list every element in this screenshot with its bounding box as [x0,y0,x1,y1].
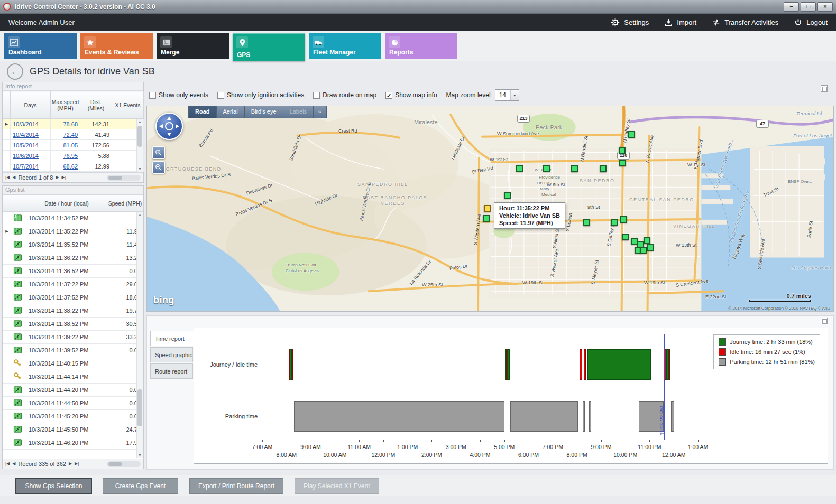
max-speed-cell[interactable]: 78.68 [51,119,80,129]
pager-last-button[interactable]: ▶| [75,462,79,466]
gps-list-row[interactable]: 10/3/2014 11:39:52 PM0.00 [3,344,143,357]
gps-point-marker[interactable] [543,165,550,172]
days-cell[interactable]: 10/4/2014 [11,129,51,140]
gps-point-marker[interactable] [583,219,590,226]
map-compass-control[interactable] [155,113,183,140]
map-style-tab-aerial[interactable]: Aerial [217,106,245,118]
max-speed-cell[interactable]: 76.95 [51,151,80,161]
gps-point-marker[interactable] [504,192,511,199]
nav-tile-merge[interactable]: Merge [157,33,229,59]
unchecked-checkbox-icon[interactable] [313,92,320,99]
minimize-button[interactable]: – [784,2,799,12]
report-tab-route-report[interactable]: Route report [150,363,193,379]
unchecked-checkbox-icon[interactable] [217,92,224,99]
gps-list-row[interactable]: 10/3/2014 11:44:14 PM [3,370,143,384]
map-panel-expand-button[interactable] [821,85,828,92]
gps-point-marker[interactable] [640,247,647,254]
menu-item-logout[interactable]: Logout [794,18,828,26]
chart-panel-expand-button[interactable] [821,318,828,324]
info-report-row[interactable]: 10/4/201472.4041.49 [3,129,144,140]
nav-tile-fleet-manager[interactable]: Fleet Manager [309,33,381,59]
gps-point-marker[interactable] [644,237,650,244]
pager-next-button[interactable]: ▶ [56,175,59,180]
max-speed-cell[interactable]: 72.40 [51,129,80,140]
max-speed-cell[interactable]: 68.62 [51,161,80,172]
map-view[interactable]: MiralestePeck ParkW Summerland AveCrest … [146,106,834,312]
pager-prev-button[interactable]: ◀ [12,175,15,180]
info-col-max-speed[interactable]: Max speed (MPH) [51,91,80,119]
map-style-tab-road[interactable]: Road [189,106,217,118]
close-button[interactable]: × [817,2,833,12]
gps-point-marker[interactable] [622,234,629,240]
gps-list-row[interactable]: 10/3/2014 11:38:52 PM30.55 [3,318,143,331]
gps-point-marker[interactable] [620,216,627,223]
gps-point-marker[interactable] [600,165,607,172]
pager-next-button[interactable]: ▶ [69,462,72,466]
gps-list-row[interactable]: 10/3/2014 11:40:15 PM [3,357,143,370]
gps-point-marker[interactable] [628,131,635,138]
pager-first-button[interactable]: |◀ [5,462,10,466]
info-col-x1-events[interactable]: X1 Events [112,91,144,119]
gps-list-row[interactable]: 10/3/2014 11:45:20 PM0.00 [3,410,143,423]
gps-list-row[interactable]: 10/3/2014 11:45:50 PM24.75 [3,423,143,436]
show-gps-selection-button[interactable]: Show Gps Selection [16,478,91,494]
map-zoom-out-button[interactable] [152,161,165,174]
gps-vscrollbar[interactable]: ▲ ▼ [136,212,143,458]
back-button[interactable]: ← [7,63,23,80]
checked-checkbox-icon[interactable]: ✓ [385,92,392,99]
gps-col-date[interactable]: Date / hour (local) [26,195,107,212]
menu-item-import[interactable]: Import [665,18,696,26]
gps-list-row[interactable]: 10/3/2014 11:38:22 PM19.70 [3,304,143,318]
gps-list-row[interactable]: 10/3/2014 11:44:20 PM0.00 [3,384,143,397]
map-tabs-collapse-button[interactable]: « [314,106,326,118]
days-cell[interactable]: 10/6/2014 [11,151,51,161]
menu-item-settings[interactable]: Settings [611,18,649,27]
pager-first-button[interactable]: |◀ [5,175,10,180]
nav-tile-reports[interactable]: Reports [385,33,457,59]
info-col-dist[interactable]: Dist. (Miles) [80,91,112,119]
info-hscrollbar[interactable] [107,175,141,181]
gps-list-row[interactable]: 10/3/2014 11:46:20 PM17.93 [3,436,143,450]
gps-list-row[interactable]: 10/3/2014 11:35:52 PM11.47 [3,238,143,251]
info-vscrollbar[interactable]: ▲ ▼ [136,119,143,172]
gps-list-row[interactable]: 10/3/2014 11:37:52 PM18.63 [3,291,143,304]
menu-item-transfer-activities[interactable]: Transfer Activities [712,18,778,26]
info-report-row[interactable]: 10/5/201481.05172.56 [3,140,144,151]
days-cell[interactable]: 10/3/2014 [11,119,51,129]
gps-list-row[interactable]: 10/3/2014 11:39:22 PM33.21 [3,331,143,344]
gps-point-marker[interactable] [647,244,654,251]
map-zoom-in-button[interactable] [152,146,165,159]
map-style-tab-bird-s-eye[interactable]: Bird's eye [245,106,283,118]
create-gps-event-button[interactable]: Create Gps Event [103,478,178,494]
checkbox-show-only-ignition-activities[interactable]: Show only ignition activities [217,91,304,99]
checkbox-draw-route-on-map[interactable]: Draw route on map [313,91,376,99]
gps-list-row[interactable]: 10/3/2014 11:34:52 PM [3,212,143,225]
nav-tile-dashboard[interactable]: Dashboard [4,33,77,59]
pager-prev-button[interactable]: ◀ [12,462,15,466]
report-tab-speed-graphic[interactable]: Speed graphic [150,347,193,362]
report-tab-time-report[interactable]: Time report [150,331,194,346]
info-report-row[interactable]: 10/6/201476.955.88 [3,151,144,161]
gps-hscrollbar[interactable] [107,461,141,467]
map-zoom-select[interactable]: 14 ▼ [495,89,519,101]
gps-point-marker[interactable] [611,219,618,226]
current-gps-point-marker[interactable] [484,205,491,212]
gps-list-row[interactable]: 10/3/2014 11:44:50 PM0.00 [3,397,143,410]
gps-point-marker[interactable] [483,215,490,222]
maximize-button[interactable]: □ [801,2,816,12]
info-report-row[interactable]: ▶10/3/201478.68142.31 [3,119,144,129]
nav-tile-gps[interactable]: GPS [233,33,305,61]
unchecked-checkbox-icon[interactable] [149,92,156,99]
gps-list-row[interactable]: 10/3/2014 11:36:22 PM13.28 [3,251,143,265]
gps-list-row[interactable]: 10/3/2014 11:37:22 PM29.05 [3,278,143,291]
pager-last-button[interactable]: ▶| [62,175,66,180]
info-col-days[interactable]: Days [11,91,51,119]
checkbox-show-map-info[interactable]: ✓Show map info [385,91,437,99]
nav-tile-events-reviews[interactable]: Events & Reviews [80,33,153,59]
gps-point-marker[interactable] [516,165,523,172]
gps-list-row[interactable]: 10/3/2014 11:36:52 PM0.00 [3,265,143,278]
gps-point-marker[interactable] [571,165,578,172]
days-cell[interactable]: 10/5/2014 [11,140,51,151]
gps-point-marker[interactable] [619,160,626,166]
export-print-route-report-button[interactable]: Export / Print Route Report [189,478,283,494]
